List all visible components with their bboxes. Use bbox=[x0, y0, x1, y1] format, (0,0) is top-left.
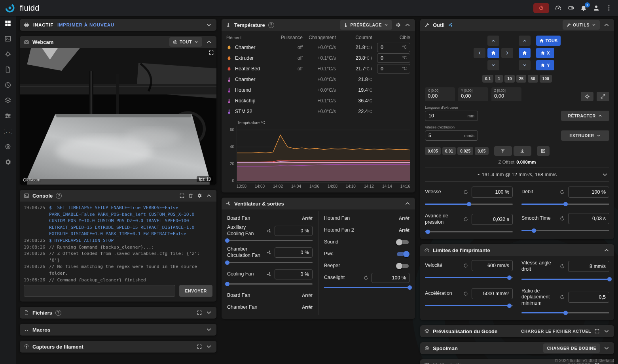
save-z-offset-button[interactable] bbox=[537, 146, 550, 156]
console-send-button[interactable]: ENVOYER bbox=[179, 285, 212, 297]
home-all-button[interactable]: TOUS bbox=[536, 36, 561, 46]
fan-speed-input[interactable]: 0 % bbox=[275, 269, 313, 279]
filament-collapse-icon[interactable] bbox=[205, 343, 212, 350]
min-cruise-ratio-input[interactable]: 0,5 bbox=[568, 292, 609, 303]
z-offset-step-button[interactable]: 0.025 bbox=[457, 147, 473, 155]
move-distance-button[interactable]: 10 bbox=[504, 75, 515, 83]
limits-collapse-icon[interactable] bbox=[603, 247, 610, 254]
sidebar-item-console[interactable] bbox=[4, 35, 11, 42]
acceleration-input[interactable]: 5000 mm/s² bbox=[472, 288, 513, 299]
move-distance-button[interactable]: 25 bbox=[516, 75, 527, 83]
sidebar-item-dashboard[interactable] bbox=[4, 20, 11, 27]
reset-icon[interactable] bbox=[463, 217, 468, 222]
console-expand-icon[interactable] bbox=[179, 193, 185, 198]
x-position-input[interactable]: X [0.00] 0,00 bbox=[425, 87, 455, 101]
console-clear-icon[interactable] bbox=[188, 193, 193, 198]
reset-icon[interactable] bbox=[463, 189, 468, 195]
scv-slider[interactable] bbox=[521, 276, 609, 282]
flow-factor-input[interactable]: 100 % bbox=[568, 187, 609, 198]
speed-factor-input[interactable]: 100 % bbox=[472, 187, 513, 198]
chart-plot-area[interactable] bbox=[237, 126, 410, 181]
tool-collapse-icon[interactable] bbox=[603, 21, 610, 28]
sidebar-item-jobs[interactable] bbox=[4, 66, 11, 73]
target-temp-input[interactable]: 0°C bbox=[377, 43, 410, 52]
retract-button[interactable]: RÉTRACTER bbox=[561, 111, 609, 121]
heater-row[interactable]: Extruder off +0.1°C/s 23.8°C / 0°C bbox=[226, 53, 410, 63]
fan-speed-input[interactable]: 0 % bbox=[275, 226, 313, 236]
sidebar-item-spoolman[interactable] bbox=[4, 143, 11, 150]
sidebar-item-settings[interactable] bbox=[4, 158, 11, 166]
move-distance-button[interactable]: 0.1 bbox=[482, 75, 494, 83]
home-x-button[interactable]: X bbox=[536, 48, 554, 58]
heater-row[interactable]: Heater Bed off +0.1°C/s 21.7°C / 0°C bbox=[226, 63, 410, 74]
jog-y-minus-button[interactable] bbox=[487, 60, 499, 70]
load-current-file-button[interactable]: CHARGER LE FICHIER ACTUEL bbox=[521, 329, 591, 334]
target-temp-input[interactable]: 0°C bbox=[377, 53, 410, 63]
overflow-menu-icon[interactable] bbox=[605, 4, 612, 11]
z-offset-step-button[interactable]: 0.005 bbox=[425, 147, 441, 155]
temperature-help-icon[interactable]: ? bbox=[268, 22, 274, 28]
velocity-slider[interactable] bbox=[425, 275, 513, 280]
pressure-advance-slider[interactable] bbox=[425, 229, 513, 234]
move-distance-button[interactable]: 100 bbox=[540, 75, 552, 83]
console-log[interactable]: 19:08:25$ _SET_TIMELAPSE_SETUP ENABLE=Tr… bbox=[20, 202, 216, 283]
z-offset-up-button[interactable] bbox=[494, 146, 512, 156]
fan-speed-slider[interactable] bbox=[227, 260, 313, 265]
fans-collapse-icon[interactable] bbox=[404, 200, 411, 207]
extrude-speed-input[interactable]: 5mm/s bbox=[425, 130, 478, 141]
reset-icon[interactable] bbox=[463, 263, 468, 268]
flow-factor-slider[interactable] bbox=[521, 201, 609, 207]
pwc-toggle[interactable] bbox=[396, 250, 409, 258]
target-temp-input[interactable]: 0°C bbox=[377, 64, 410, 74]
caselight-input[interactable]: 100 % bbox=[372, 273, 409, 283]
tools-menu-button[interactable]: OUTILS bbox=[563, 20, 600, 30]
files-expand-icon[interactable] bbox=[197, 310, 202, 315]
user-icon[interactable] bbox=[593, 4, 600, 11]
reset-icon[interactable] bbox=[559, 189, 565, 195]
z-position-input[interactable]: Z [0.00] 0,00 bbox=[491, 87, 521, 101]
files-collapse-icon[interactable] bbox=[205, 309, 212, 316]
emergency-stop-button[interactable] bbox=[533, 3, 549, 13]
reset-icon[interactable] bbox=[363, 275, 369, 281]
webcam-collapse-icon[interactable] bbox=[205, 38, 212, 45]
jog-z-down-button[interactable] bbox=[519, 60, 531, 70]
y-position-input[interactable]: Y [0.00] 0,00 bbox=[458, 87, 488, 101]
heater-row[interactable]: Chamber off +0.0°C/s 21.8°C / 0°C bbox=[226, 42, 410, 53]
sidebar-item-gcode-preview[interactable] bbox=[4, 51, 11, 58]
sidebar-item-history[interactable] bbox=[4, 81, 11, 89]
reset-icon[interactable] bbox=[463, 291, 468, 296]
reset-icon[interactable] bbox=[559, 294, 565, 300]
host-stats-icon[interactable] bbox=[555, 4, 562, 11]
home-z-button[interactable] bbox=[519, 48, 531, 58]
smooth-time-input[interactable]: 0,03 s bbox=[568, 213, 609, 224]
notifications-bell-icon[interactable]: 1 bbox=[580, 4, 587, 11]
absolute-positioning-button[interactable] bbox=[581, 92, 593, 101]
files-help-icon[interactable]: ? bbox=[55, 310, 61, 316]
reset-icon[interactable] bbox=[559, 264, 565, 269]
extrude-button[interactable]: EXTRUDER bbox=[561, 130, 609, 141]
spoolman-collapse-icon[interactable] bbox=[603, 345, 610, 352]
move-distance-button[interactable]: 50 bbox=[528, 75, 538, 83]
reprint-button[interactable]: IMPRIMER À NOUVEAU bbox=[57, 23, 114, 27]
sound-toggle[interactable] bbox=[396, 238, 409, 246]
console-settings-icon[interactable] bbox=[197, 193, 202, 198]
temperature-collapse-icon[interactable] bbox=[404, 21, 411, 28]
jog-x-minus-button[interactable] bbox=[474, 48, 485, 58]
filament-stats-row[interactable]: ~ 191.4 mm @ 12 mm²/s, 168 mm/s bbox=[425, 168, 609, 181]
caselight-slider[interactable] bbox=[324, 285, 409, 290]
status-collapse-icon[interactable] bbox=[205, 21, 212, 28]
webcam-filter-button[interactable]: TOUT bbox=[169, 37, 202, 47]
smooth-time-slider[interactable] bbox=[521, 228, 609, 233]
sidebar-item-tune[interactable] bbox=[4, 112, 11, 119]
acceleration-slider[interactable] bbox=[425, 303, 513, 308]
pressure-advance-input[interactable]: 0,032 s bbox=[472, 214, 513, 225]
console-input[interactable] bbox=[24, 285, 175, 297]
jog-y-plus-button[interactable] bbox=[487, 36, 499, 46]
extrude-length-input[interactable]: 10mm bbox=[425, 111, 478, 121]
console-help-icon[interactable]: ? bbox=[56, 193, 62, 199]
theme-toggle-icon[interactable] bbox=[567, 4, 574, 11]
preset-button[interactable]: PRÉRÉGLAGE bbox=[340, 20, 392, 30]
gcode-collapse-icon[interactable] bbox=[603, 328, 610, 335]
speed-factor-slider[interactable] bbox=[425, 201, 513, 207]
macros-collapse-icon[interactable] bbox=[205, 326, 212, 333]
